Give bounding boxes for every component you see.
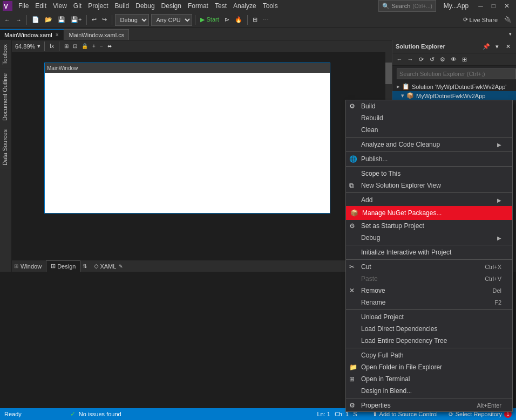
save-all-btn[interactable]: 💾+	[69, 14, 84, 26]
se-search-input[interactable]	[397, 68, 516, 79]
extensions-btn[interactable]: 🔌	[502, 14, 514, 26]
ctx-sep-9	[346, 398, 512, 398]
se-refresh-btn[interactable]: ↺	[427, 54, 437, 64]
lock-btn[interactable]: 🔒	[80, 43, 89, 49]
ctx-manage-nuget[interactable]: 📦 Manage NuGet Packages...	[346, 206, 512, 220]
tab-close-xaml[interactable]: ×	[55, 32, 60, 38]
zoom-out-btn[interactable]: −	[99, 43, 104, 49]
menu-git[interactable]: Git	[70, 0, 85, 12]
back-btn[interactable]: ←	[2, 14, 12, 26]
xaml-designer-window[interactable]: MainWindow	[44, 63, 330, 214]
ctx-unload-label: Unload Project	[361, 313, 404, 321]
ctx-add[interactable]: Add ▶	[346, 194, 512, 206]
menu-file[interactable]: File	[15, 0, 32, 12]
tab-dropdown-btn[interactable]: ▾	[507, 28, 514, 40]
expand-btn[interactable]: ⬌	[106, 43, 113, 49]
solution-label: Solution 'MyWpfDotnetFwkWv2App'	[412, 84, 506, 90]
close-button[interactable]: ✕	[500, 0, 514, 12]
se-pin-btn[interactable]: 📌	[481, 42, 491, 51]
swap-panels-btn[interactable]: ⇅	[80, 260, 89, 272]
new-project-btn[interactable]: 📄	[30, 14, 42, 26]
grid-view-btn[interactable]: ⊞	[63, 43, 70, 49]
sidebar-tab-data-sources[interactable]: Data Sources	[0, 125, 11, 170]
formula-bar-btn[interactable]: fx	[49, 43, 55, 49]
menu-format[interactable]: Format	[185, 0, 212, 12]
se-forward-btn[interactable]: →	[405, 54, 415, 64]
ctx-load-entire-label: Load Entire Dependency Tree	[361, 337, 447, 345]
se-close-btn[interactable]: ✕	[503, 42, 513, 51]
se-dropdown-btn[interactable]: ▾	[492, 42, 502, 51]
ctx-cut-shortcut: Ctrl+X	[485, 264, 501, 270]
ctx-rename[interactable]: Rename F2	[346, 297, 512, 308]
ctx-rebuild[interactable]: Rebuild	[346, 112, 512, 124]
menu-edit[interactable]: Edit	[32, 0, 50, 12]
mode-tab-design[interactable]: ⊞ Design	[46, 260, 80, 272]
ctx-set-startup[interactable]: ⚙ Set as Startup Project	[346, 220, 512, 232]
ctx-open-folder[interactable]: 📁 Open Folder in File Explorer	[346, 361, 512, 373]
ctx-cut[interactable]: ✂ Cut Ctrl+X	[346, 261, 512, 273]
minimize-button[interactable]: ─	[474, 0, 487, 12]
platform-dropdown[interactable]: Any CPU	[151, 14, 192, 26]
se-project-item[interactable]: ▾ 📦 MyWpfDotnetFwkWv2App	[392, 91, 516, 100]
ctx-copy-path[interactable]: Copy Full Path	[346, 349, 512, 361]
ctx-init-interactive[interactable]: Initialize Interactive with Project	[346, 246, 512, 258]
se-back-btn[interactable]: ←	[395, 54, 404, 64]
ctx-remove[interactable]: ✕ Remove Del	[346, 285, 512, 297]
se-preview-btn[interactable]: ⊞	[459, 54, 469, 64]
hot-reload-btn[interactable]: 🔥	[233, 14, 245, 26]
menu-analyze[interactable]: Analyze	[230, 0, 260, 12]
ctx-debug[interactable]: Debug ▶	[346, 232, 512, 244]
ctx-open-terminal[interactable]: ⊞ Open in Terminal	[346, 373, 512, 385]
maximize-button[interactable]: □	[487, 0, 500, 12]
mode-tab-xaml[interactable]: ◇ XAML ✎	[89, 260, 128, 272]
ln-label: Ln: 1	[317, 411, 330, 417]
ctx-load-entire[interactable]: Load Entire Dependency Tree	[346, 335, 512, 347]
solution-expand-icon: ▸	[397, 83, 400, 90]
save-btn[interactable]: 💾	[56, 14, 67, 26]
menu-tools[interactable]: Tools	[260, 0, 281, 12]
tab-mainwindow-cs[interactable]: MainWindow.xaml.cs	[64, 29, 129, 40]
ctx-publish[interactable]: 🌐 Publish...	[346, 153, 512, 165]
solution-explorer-title: Solution Explorer	[396, 43, 445, 50]
forward-btn[interactable]: →	[13, 14, 24, 26]
menu-debug[interactable]: Debug	[132, 0, 158, 12]
snap-btn[interactable]: ⊡	[72, 43, 78, 49]
step-into-btn[interactable]: ⊳	[222, 14, 232, 26]
se-sync-btn[interactable]: ⟳	[416, 54, 426, 64]
ctx-scope[interactable]: Scope to This	[346, 168, 512, 180]
start-button[interactable]: ▶ Start	[198, 14, 221, 26]
ctx-remove-shortcut: Del	[492, 287, 501, 294]
menu-design[interactable]: Design	[158, 0, 185, 12]
live-share-btn[interactable]: ⟳ Live Share	[461, 14, 500, 26]
menu-build[interactable]: Build	[112, 0, 133, 12]
ctx-analyze[interactable]: Analyze and Code Cleanup ▶	[346, 139, 512, 150]
menu-view[interactable]: View	[50, 0, 70, 12]
ctx-load-direct[interactable]: Load Direct Dependencies	[346, 323, 512, 335]
undo-btn[interactable]: ↩	[90, 14, 99, 26]
open-btn[interactable]: 📂	[43, 14, 55, 26]
menu-project[interactable]: Project	[85, 0, 111, 12]
ctx-analyze-label: Analyze and Code Cleanup	[361, 141, 440, 148]
se-show-all-btn[interactable]: 👁	[449, 54, 458, 64]
ctx-paste[interactable]: Paste Ctrl+V	[346, 273, 512, 285]
sidebar-tab-document-outline[interactable]: Document Outline	[0, 69, 11, 125]
zoom-in-btn[interactable]: +	[91, 43, 97, 49]
tab-mainwindow-xaml[interactable]: MainWindow.xaml ×	[0, 29, 64, 40]
ctx-clean[interactable]: Clean	[346, 124, 512, 136]
ctx-properties[interactable]: ⚙ Properties Alt+Enter	[346, 400, 512, 411]
toolbar-more[interactable]: ⋯	[261, 14, 271, 26]
se-solution-item[interactable]: ▸ 📋 Solution 'MyWpfDotnetFwkWv2App'	[392, 82, 516, 91]
config-dropdown[interactable]: Debug	[115, 14, 149, 26]
ctx-design-blend[interactable]: Design in Blend...	[346, 385, 512, 397]
menu-test[interactable]: Test	[212, 0, 230, 12]
sidebar-tab-toolbox[interactable]: Toolbox	[0, 40, 11, 69]
se-settings-btn[interactable]: ⚙	[438, 54, 447, 64]
ctx-build[interactable]: ⚙ Build	[346, 100, 512, 112]
redo-btn[interactable]: ↪	[100, 14, 109, 26]
scroll-thumb[interactable]	[385, 63, 392, 84]
git-btn[interactable]: ⊞	[250, 14, 260, 26]
vs-logo: V	[2, 1, 13, 11]
cut-icon: ✂	[349, 263, 355, 271]
ctx-new-se-view[interactable]: ⧉ New Solution Explorer View	[346, 180, 512, 191]
ctx-unload[interactable]: Unload Project	[346, 311, 512, 323]
